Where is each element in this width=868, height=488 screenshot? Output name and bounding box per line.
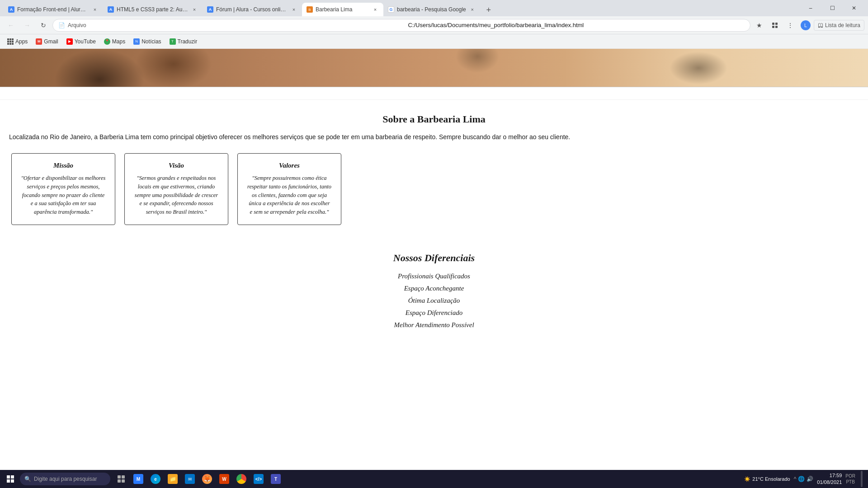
hero-image [0,49,868,87]
svg-rect-11 [9,43,11,45]
systray-icons: ^ 🌐 🔊 [794,476,814,482]
diferenciais-section: Nossos Diferenciais Profissionais Qualif… [0,234,868,340]
taskbar-malwarebytes-icon[interactable]: M [130,471,146,487]
bookmark-apps[interactable]: Apps [4,37,31,46]
bookmark-maps[interactable]: 📍 Maps [100,37,129,46]
extensions-button[interactable] [768,18,782,33]
card-valores: Valores "Sempre possuiremos como ética r… [237,153,341,225]
tab-1-close[interactable]: × [91,6,99,13]
noticias-icon: N [133,38,140,45]
taskbar-search-placeholder: Digite aqui para pesquisar [34,476,97,482]
network-icon: 🌐 [798,476,805,482]
taskbar-vscode-icon[interactable]: </> [250,471,267,487]
tab-1[interactable]: A Formação Front-end | Alura - Cu... × [4,3,103,16]
svg-rect-13 [7,475,10,479]
traduzir-icon: T [170,38,176,45]
bookmark-traduzir[interactable]: T Traduzir [166,37,201,46]
weather-widget: ☀️ 21°C Ensolarado [744,476,790,482]
svg-rect-17 [118,475,121,479]
locale-region: PTB [845,479,855,485]
reading-list-icon: 🕮 [818,22,823,28]
svg-rect-8 [9,41,11,42]
taskbar-files-icon[interactable]: 📁 [165,471,181,487]
taskbar-edge-icon[interactable]: e [147,471,164,487]
back-button[interactable]: ← [4,18,18,33]
show-desktop-button[interactable] [861,471,863,487]
taskbar-teams-icon[interactable]: T [268,471,284,487]
weather-text: 21°C Ensolarado [752,476,790,482]
navigation-toolbar: ← → ↻ 📄 Arquivo C:/Users/lucas/Documents… [0,16,868,34]
taskbar-taskview-button[interactable] [113,471,129,487]
about-title: Sobre a Barbearia Lima [9,113,859,125]
weather-icon: ☀️ [744,476,750,482]
tab-5-title: barbearia - Pesquisa Google [397,6,466,13]
chevron-up-icon[interactable]: ^ [794,476,797,482]
tab-4-close[interactable]: × [372,6,379,13]
title-bar: A Formação Front-end | Alura - Cu... × A… [0,0,868,16]
bookmarks-bar: Apps M Gmail ▶ YouTube 📍 Maps N Notícias… [0,34,868,49]
clock-date: 01/08/2021 [817,479,842,486]
bookmark-gmail-label: Gmail [44,38,58,45]
taskbar-search-box[interactable]: 🔍 Digite aqui para pesquisar [20,473,110,485]
bookmark-gmail[interactable]: M Gmail [32,37,61,46]
tab-2-favicon: A [108,6,114,13]
svg-rect-12 [12,43,14,45]
taskbar-mail-icon[interactable]: ✉ [182,471,198,487]
card-valores-title: Valores [279,162,300,169]
taskbar-office-icon[interactable]: W [216,471,232,487]
page-content: Sobre a Barbearia Lima Localizada no Rio… [0,49,868,488]
svg-rect-6 [12,38,14,40]
minimize-button[interactable]: – [800,0,821,16]
bookmark-youtube[interactable]: ▶ YouTube [63,37,99,46]
toolbar-right: ★ ⋮ L 🕮 Lista de leitura [752,18,864,33]
new-tab-button[interactable]: + [482,4,495,16]
taskbar-firefox-icon[interactable]: 🦊 [199,471,215,487]
svg-rect-1 [775,23,778,25]
close-button[interactable]: ✕ [844,0,864,16]
address-bar[interactable]: 📄 Arquivo C:/Users/lucas/Documents/meu_p… [52,19,750,32]
tab-3-title: Fórum | Alura - Cursos online de... [216,6,288,13]
diferenciais-list: Profissionais Qualificados Espaço Aconch… [9,270,859,331]
bookmark-noticias[interactable]: N Notícias [130,37,165,46]
locale-indicator: POR PTB [845,473,855,485]
bookmark-youtube-label: YouTube [75,38,96,45]
taskbar-right: ☀️ 21°C Ensolarado ^ 🌐 🔊 17:59 01/08/202… [744,471,866,487]
section-divider [0,87,868,100]
reading-list-button[interactable]: 🕮 Lista de leitura [814,20,864,31]
settings-button[interactable]: ⋮ [783,18,797,33]
tab-3-close[interactable]: × [290,6,297,13]
forward-button[interactable]: → [20,18,34,33]
tab-5-close[interactable]: × [469,6,476,13]
maximize-button[interactable]: ☐ [822,0,843,16]
bookmark-maps-label: Maps [112,38,125,45]
tab-2[interactable]: A HTML5 e CSS3 parte 2: Aula 7 -... × [103,3,203,16]
reload-button[interactable]: ↻ [36,18,51,33]
maps-icon: 📍 [104,38,110,45]
bookmark-traduzir-label: Traduzir [178,38,198,45]
locale-lang: POR [845,473,855,479]
tab-5[interactable]: G barbearia - Pesquisa Google × [383,3,481,16]
tab-4[interactable]: B Barbearia Lima × [302,3,383,16]
card-missao-title: Missão [53,162,73,169]
card-visao: Visão "Sermos grandes e respeitados nos … [124,153,228,225]
svg-rect-4 [7,38,9,40]
tab-1-title: Formação Front-end | Alura - Cu... [17,6,89,13]
tab-2-close[interactable]: × [191,6,198,13]
taskbar-chrome-icon[interactable] [233,471,250,487]
card-missao: Missão "Ofertar e disponibilizar os melh… [11,153,115,225]
google-account-button[interactable]: L [798,18,813,33]
svg-rect-9 [12,41,14,42]
taskbar-clock[interactable]: 17:59 01/08/2021 [817,472,842,486]
tab-3[interactable]: A Fórum | Alura - Cursos online de... × [203,3,302,16]
about-description: Localizada no Rio de Janeiro, a Barberia… [9,132,859,142]
cards-container: Missão "Ofertar e disponibilizar os melh… [9,153,859,225]
reading-list-label: Lista de leitura [825,22,860,28]
tab-3-favicon: A [207,6,213,13]
svg-rect-2 [772,26,774,28]
card-missao-text: "Ofertar e disponibilizar os melhores se… [21,174,106,216]
start-button[interactable] [2,470,19,488]
bookmark-star-button[interactable]: ★ [752,18,767,33]
taskbar: 🔍 Digite aqui para pesquisar M e 📁 ✉ 🦊 [0,470,868,488]
card-valores-text: "Sempre possuiremos como ética respeitar… [247,174,332,216]
address-scheme-icon: 📄 [58,22,65,28]
